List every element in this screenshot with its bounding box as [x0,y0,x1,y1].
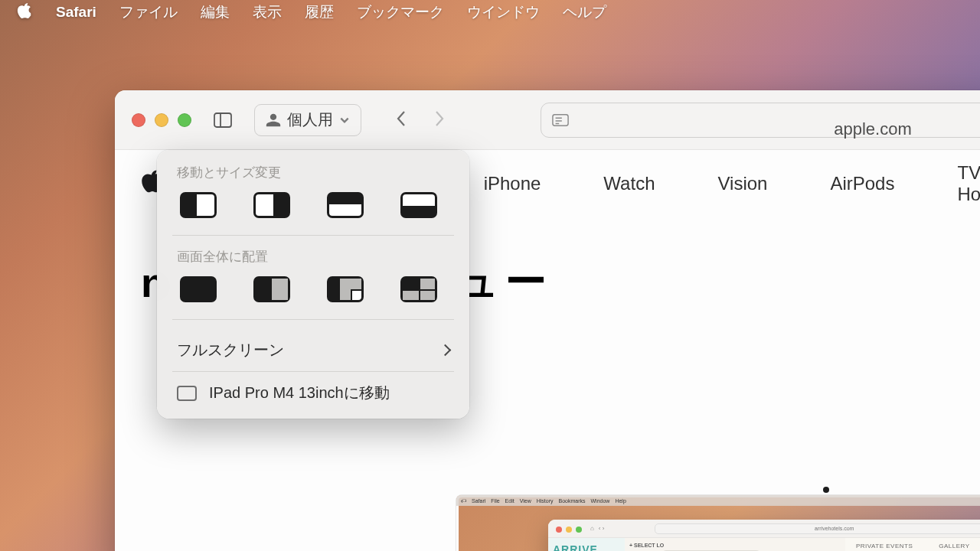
ss-mb-bookmarks: Bookmarks [558,498,585,504]
nav-vision[interactable]: Vision [717,173,767,194]
ss-tab-events: PRIVATE EVENTS [856,543,913,549]
nav-iphone[interactable]: iPhone [484,173,541,194]
menubar-item-window[interactable]: ウインドウ [467,2,540,22]
ss-mb-help: Help [615,498,626,504]
ss-mb-window: Window [590,498,609,504]
window-zoom-button[interactable] [178,113,191,127]
move-to-display-item[interactable]: IPad Pro M4 13inchに移動 [157,375,469,411]
back-button[interactable] [394,110,409,130]
tile-right-half[interactable] [253,192,290,218]
fullscreen-label: フルスクリーン [177,340,284,360]
display-icon [177,386,197,401]
section-fill-screen: 画面全体に配置 [157,248,469,273]
tile-left-half[interactable] [180,192,217,218]
menubar-item-file[interactable]: ファイル [119,2,178,22]
carousel-dot[interactable] [823,487,829,493]
safari-window: 個人用 apple.com iPhone Watch Vis [115,90,980,551]
ss-mb-file: File [491,498,499,504]
menubar-app-name[interactable]: Safari [56,4,96,21]
ss-window: ⌂ ‹ › arrivehotels.com ARRIVEPALM SPRING… [548,520,980,551]
chevron-down-icon [339,115,350,126]
safari-toolbar: 個人用 apple.com [115,90,980,150]
profile-picker[interactable]: 個人用 [254,104,361,136]
sidebar-toggle-button[interactable] [208,107,237,133]
forward-button[interactable] [432,110,447,130]
tile-three-column[interactable] [327,276,364,302]
ss-menubar: 🏷 Safari File Edit View History Bookmark… [456,495,980,506]
svg-rect-0 [214,113,231,127]
menubar-item-history[interactable]: 履歴 [305,2,334,22]
apple-logo-icon[interactable] [17,2,33,24]
address-bar[interactable] [541,103,980,138]
ss-mb-view: View [520,498,531,504]
person-icon [266,112,281,128]
promo-screenshot: 🏷 Safari File Edit View History Bookmark… [456,494,980,551]
profile-label: 個人用 [287,109,333,130]
macos-menubar: Safari ファイル 編集 表示 履歴 ブックマーク ウインドウ ヘルプ [0,0,980,24]
select-location-label: + SELECT LO [629,543,664,548]
window-close-button[interactable] [132,113,145,127]
tile-bottom-half[interactable] [400,192,437,218]
ss-tab-gallery: GALLERY [939,543,969,549]
chevron-right-icon [439,344,452,357]
arrive-logo: ARRIVEPALM SPRINGS [553,544,598,551]
traffic-lights [132,113,191,127]
headline-right: ュー [457,254,553,310]
ss-mb-history: History [537,498,554,504]
nav-watch[interactable]: Watch [603,173,655,194]
menubar-item-help[interactable]: ヘルプ [563,2,606,22]
svg-rect-2 [553,114,568,126]
window-minimize-button[interactable] [155,113,168,127]
nav-tvhome[interactable]: TV & Hor [957,162,980,205]
window-arrange-menu: 移動とサイズ変更 画面全体に配置 フルスクリーン IPad Pro M4 13i… [157,150,469,419]
reader-mode-icon[interactable] [552,113,569,127]
tile-quadrants[interactable] [400,276,437,302]
tile-left-others-right[interactable] [253,276,290,302]
nav-airpods[interactable]: AirPods [830,173,894,194]
menubar-item-edit[interactable]: 編集 [201,2,230,22]
ss-address: arrivehotels.com [655,523,980,534]
ss-mb-safari: Safari [472,498,485,504]
nav-arrows [394,110,447,130]
move-to-label: IPad Pro M4 13inchに移動 [209,383,390,403]
tile-top-half[interactable] [327,192,364,218]
menubar-item-view[interactable]: 表示 [253,2,282,22]
fullscreen-item[interactable]: フルスクリーン [157,332,469,368]
section-move-resize: 移動とサイズ変更 [157,164,469,189]
tile-fill[interactable] [180,276,217,302]
ss-mb-edit: Edit [505,498,514,504]
menubar-item-bookmarks[interactable]: ブックマーク [357,2,444,22]
